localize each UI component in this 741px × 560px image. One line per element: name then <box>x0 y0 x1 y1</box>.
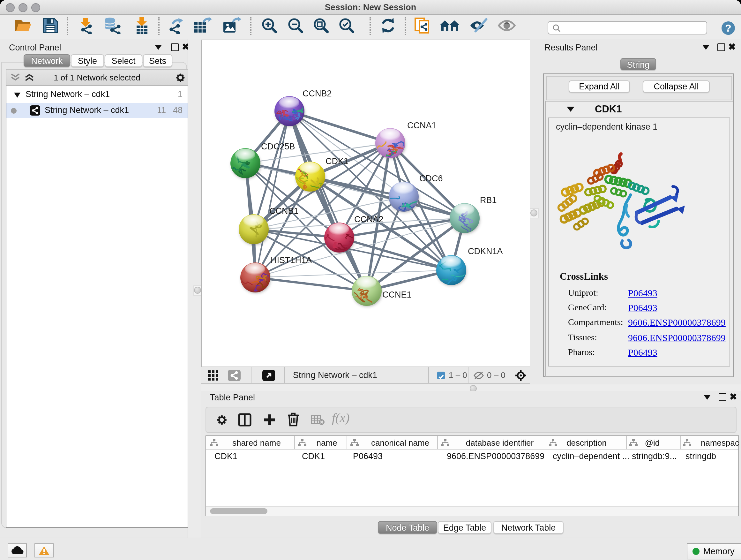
svg-text:CDC6: CDC6 <box>419 174 443 183</box>
svg-text:CCNA1: CCNA1 <box>407 121 436 130</box>
svg-text:CCNE1: CCNE1 <box>382 290 412 300</box>
svg-text:CDKN1A: CDKN1A <box>468 246 503 256</box>
svg-text:?: ? <box>725 22 731 34</box>
svg-text:RB1: RB1 <box>480 195 497 205</box>
svg-text:HIST1H1A: HIST1H1A <box>271 255 312 265</box>
svg-text:CCNB1: CCNB1 <box>269 206 299 216</box>
svg-text:CDK1: CDK1 <box>326 157 348 166</box>
svg-text:CDC25B: CDC25B <box>261 142 295 151</box>
svg-text:CCNB2: CCNB2 <box>302 89 332 98</box>
svg-text:CCNA2: CCNA2 <box>354 214 384 224</box>
